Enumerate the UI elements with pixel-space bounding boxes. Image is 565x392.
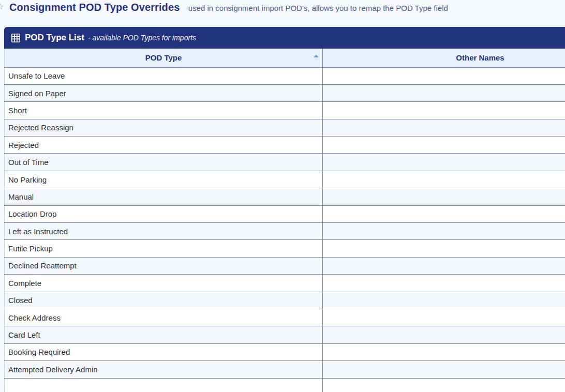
panel-header: POD Type List - available POD Types for … — [4, 27, 565, 49]
other-names-cell[interactable] — [323, 361, 565, 378]
other-names-cell — [323, 378, 565, 392]
other-names-cell[interactable] — [323, 205, 565, 222]
table-row[interactable]: Attempted Delivery Admin — [5, 361, 565, 378]
table-row[interactable]: Declined Reattempt — [5, 257, 565, 274]
pod-type-cell[interactable]: Rejected Reassign — [5, 119, 323, 136]
pod-type-cell[interactable]: Card Left — [5, 326, 323, 343]
pod-type-cell[interactable]: Short — [5, 102, 323, 119]
sort-arrow-up-icon — [314, 55, 319, 57]
table-row[interactable]: Complete — [5, 275, 565, 292]
other-names-cell[interactable] — [323, 84, 565, 101]
pod-type-cell[interactable]: Left as Instructed — [5, 223, 323, 240]
other-names-cell[interactable] — [323, 171, 565, 188]
other-names-cell[interactable] — [323, 309, 565, 326]
page-title: Consignment POD Type Overrides — [9, 2, 180, 13]
table-row[interactable]: Rejected — [5, 137, 565, 154]
table-row[interactable]: Manual — [5, 188, 565, 205]
pod-type-cell[interactable]: Closed — [5, 292, 323, 309]
pod-type-table-body: Unsafe to Leave Signed on Paper Short Re… — [5, 67, 565, 392]
table-header-row: POD Type Other Names — [5, 49, 565, 67]
other-names-cell[interactable] — [323, 102, 565, 119]
other-names-cell[interactable] — [323, 154, 565, 171]
table-row[interactable]: Signed on Paper — [5, 84, 565, 101]
pod-type-cell — [5, 378, 323, 392]
pod-type-cell[interactable]: Declined Reattempt — [5, 257, 323, 274]
other-names-cell[interactable] — [323, 188, 565, 205]
page-header: ☆ Consignment POD Type Overrides used in… — [0, 0, 565, 18]
panel-subtitle: - available POD Types for imports — [88, 34, 196, 42]
pod-type-list-panel: POD Type List - available POD Types for … — [4, 27, 565, 392]
pod-type-cell[interactable]: Complete — [5, 275, 323, 292]
column-header-other-names-label: Other Names — [456, 53, 504, 62]
pod-type-cell[interactable]: Out of Time — [5, 154, 323, 171]
table-row[interactable]: Short — [5, 102, 565, 119]
table-row[interactable]: Rejected Reassign — [5, 119, 565, 136]
table-row[interactable]: Check Address — [5, 309, 565, 326]
other-names-cell[interactable] — [323, 326, 565, 343]
table-row[interactable]: No Parking — [5, 171, 565, 188]
table-row[interactable]: Location Drop — [5, 205, 565, 222]
pod-type-cell[interactable]: Attempted Delivery Admin — [5, 361, 323, 378]
pod-type-cell[interactable]: Location Drop — [5, 205, 323, 222]
other-names-cell[interactable] — [323, 240, 565, 257]
pod-type-cell[interactable]: Signed on Paper — [5, 84, 323, 101]
other-names-cell[interactable] — [323, 119, 565, 136]
pod-type-table: POD Type Other Names Unsafe to Leave Sig… — [4, 49, 565, 392]
table-grid-icon — [11, 34, 20, 42]
other-names-cell[interactable] — [323, 257, 565, 274]
other-names-cell[interactable] — [323, 67, 565, 84]
other-names-cell[interactable] — [323, 223, 565, 240]
table-row-partial — [5, 378, 565, 392]
table-row[interactable]: Unsafe to Leave — [5, 67, 565, 84]
table-row[interactable]: Card Left — [5, 326, 565, 343]
table-row[interactable]: Booking Required — [5, 343, 565, 360]
sort-arrow-down-icon — [314, 58, 319, 61]
favorite-star-icon[interactable]: ☆ — [0, 3, 4, 11]
other-names-cell[interactable] — [323, 343, 565, 360]
column-header-other-names[interactable]: Other Names — [323, 49, 565, 67]
panel-title: POD Type List — [25, 33, 84, 43]
sort-icon[interactable] — [314, 55, 319, 61]
page-subtitle: used in consignment import POD's, allows… — [188, 4, 448, 12]
pod-type-cell[interactable]: Check Address — [5, 309, 323, 326]
pod-type-cell[interactable]: Futile Pickup — [5, 240, 323, 257]
table-row[interactable]: Closed — [5, 292, 565, 309]
pod-type-cell[interactable]: Unsafe to Leave — [5, 67, 323, 84]
table-row[interactable]: Futile Pickup — [5, 240, 565, 257]
column-header-pod-type[interactable]: POD Type — [5, 49, 323, 67]
other-names-cell[interactable] — [323, 292, 565, 309]
pod-type-cell[interactable]: Rejected — [5, 137, 323, 154]
other-names-cell[interactable] — [323, 137, 565, 154]
other-names-cell[interactable] — [323, 275, 565, 292]
pod-type-cell[interactable]: No Parking — [5, 171, 323, 188]
table-row[interactable]: Left as Instructed — [5, 223, 565, 240]
column-header-pod-type-label: POD Type — [145, 53, 182, 62]
pod-type-cell[interactable]: Manual — [5, 188, 323, 205]
table-row[interactable]: Out of Time — [5, 154, 565, 171]
pod-type-cell[interactable]: Booking Required — [5, 343, 323, 360]
